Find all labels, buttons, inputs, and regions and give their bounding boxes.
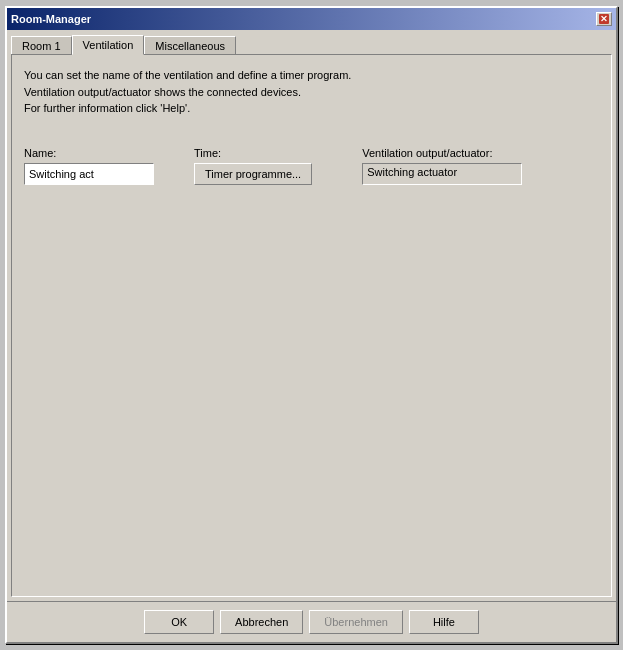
timer-programme-button[interactable]: Timer programme... (194, 163, 312, 185)
apply-button[interactable]: Übernehmen (309, 610, 403, 634)
info-line1: You can set the name of the ventilation … (24, 67, 599, 84)
name-label: Name: (24, 147, 154, 159)
cancel-button[interactable]: Abbrechen (220, 610, 303, 634)
info-line3: For further information click 'Help'. (24, 100, 599, 117)
ok-button[interactable]: OK (144, 610, 214, 634)
info-text-block: You can set the name of the ventilation … (24, 67, 599, 117)
window-body: Room 1 Ventilation Miscellaneous You can… (7, 30, 616, 601)
time-label: Time: (194, 147, 312, 159)
tab-content: You can set the name of the ventilation … (11, 54, 612, 597)
help-button[interactable]: Hilfe (409, 610, 479, 634)
actuator-label: Ventilation output/actuator: (362, 147, 522, 159)
actuator-group: Ventilation output/actuator: Switching a… (362, 147, 522, 185)
main-window: Room-Manager ✕ Room 1 Ventilation Miscel… (5, 6, 618, 644)
name-group: Name: (24, 147, 154, 185)
window-title: Room-Manager (11, 13, 91, 25)
time-group: Time: Timer programme... (194, 147, 312, 185)
tab-room1[interactable]: Room 1 (11, 36, 72, 56)
name-input[interactable] (24, 163, 154, 185)
actuator-value: Switching actuator (362, 163, 522, 185)
tab-bar: Room 1 Ventilation Miscellaneous (11, 34, 612, 54)
title-bar: Room-Manager ✕ (7, 8, 616, 30)
info-line2: Ventilation output/actuator shows the co… (24, 84, 599, 101)
form-section: Name: Time: Timer programme... Ventilati… (24, 147, 599, 185)
close-icon: ✕ (600, 14, 608, 24)
bottom-bar: OK Abbrechen Übernehmen Hilfe (7, 601, 616, 642)
tab-miscellaneous[interactable]: Miscellaneous (144, 36, 236, 56)
close-button[interactable]: ✕ (596, 12, 612, 26)
tab-ventilation[interactable]: Ventilation (72, 35, 145, 55)
